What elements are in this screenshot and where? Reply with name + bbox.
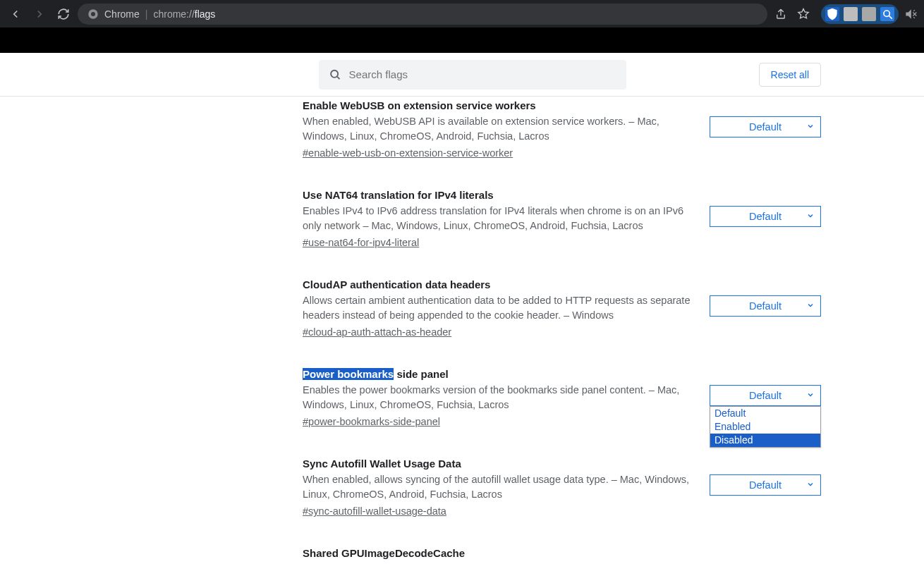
svg-point-1 xyxy=(91,12,95,16)
flag-row: Use NAT64 translation for IPv4 literalsE… xyxy=(103,189,821,249)
flag-anchor-link[interactable]: #power-bookmarks-side-panel xyxy=(303,416,440,427)
flag-anchor-link[interactable]: #use-nat64-for-ipv4-literal xyxy=(303,237,419,248)
flag-info: Enable WebUSB on extension service worke… xyxy=(303,99,698,159)
forward-button[interactable] xyxy=(30,4,49,24)
flag-select[interactable]: Default xyxy=(710,385,821,406)
separator: | xyxy=(145,8,148,20)
flag-select-dropdown[interactable]: DefaultEnabledDisabled xyxy=(710,406,821,448)
site-label: Chrome xyxy=(104,8,140,20)
flag-select-wrap: Default xyxy=(710,116,821,137)
flag-info: Use NAT64 translation for IPv4 literalsE… xyxy=(303,189,698,249)
chevron-down-icon xyxy=(806,479,815,491)
dropdown-option[interactable]: Default xyxy=(710,407,820,420)
flag-select-value: Default xyxy=(749,121,782,133)
flag-description: Enables the power bookmarks version of t… xyxy=(303,383,698,412)
extensions-group xyxy=(821,4,899,24)
reload-button[interactable] xyxy=(54,4,73,24)
chevron-down-icon xyxy=(806,390,815,401)
bookmark-star-icon[interactable] xyxy=(794,5,813,23)
share-icon[interactable] xyxy=(772,5,790,23)
flag-info: Power bookmarks side panelEnables the po… xyxy=(303,368,698,428)
flags-header: Reset all xyxy=(0,53,924,97)
extensions-area xyxy=(821,4,918,24)
flag-title: CloudAP authentication data headers xyxy=(303,278,698,290)
search-flags-box[interactable] xyxy=(319,60,626,90)
flag-title: Sync Autofill Wallet Usage Data xyxy=(303,458,698,470)
flag-select-wrap: Default xyxy=(710,295,821,317)
mute-icon[interactable] xyxy=(903,6,918,22)
flag-row: CloudAP authentication data headersAllow… xyxy=(103,278,821,338)
flag-row: Sync Autofill Wallet Usage DataWhen enab… xyxy=(103,458,821,517)
dropdown-option[interactable]: Disabled xyxy=(710,434,820,447)
flag-anchor-link[interactable]: #enable-web-usb-on-extension-service-wor… xyxy=(303,147,513,159)
flag-select-value: Default xyxy=(749,390,782,401)
flag-select-value: Default xyxy=(749,211,782,222)
extension-bitwarden-icon[interactable] xyxy=(825,7,839,21)
dropdown-option[interactable]: Enabled xyxy=(710,420,820,434)
flag-title: Shared GPUImageDecodeCache xyxy=(303,547,698,559)
extension-icon-4[interactable] xyxy=(880,7,894,21)
flags-list[interactable]: Enable WebUSB on extension service worke… xyxy=(0,97,924,564)
svg-point-3 xyxy=(331,70,338,77)
chevron-down-icon xyxy=(806,211,815,222)
flag-title: Power bookmarks side panel xyxy=(303,368,698,380)
chevron-down-icon xyxy=(806,300,815,312)
address-bar[interactable]: Chrome | chrome://flags xyxy=(78,4,767,25)
extension-icon-3[interactable] xyxy=(862,7,876,21)
flag-select[interactable]: Default xyxy=(710,295,821,317)
flag-title: Use NAT64 translation for IPv4 literals xyxy=(303,189,698,201)
extension-icon-2[interactable] xyxy=(844,7,858,21)
reset-all-button[interactable]: Reset all xyxy=(759,63,821,87)
flag-select-wrap: DefaultDefaultEnabledDisabled xyxy=(710,385,821,406)
flag-select-wrap: Default xyxy=(710,206,821,227)
flag-select-value: Default xyxy=(749,300,782,312)
flag-anchor-link[interactable]: #cloud-ap-auth-attach-as-header xyxy=(303,326,451,338)
flag-info: Shared GPUImageDecodeCacheEnables shared… xyxy=(303,547,698,564)
search-highlight: Power bookmarks xyxy=(303,368,394,380)
flag-description: Allows certain ambient authentication da… xyxy=(303,293,698,323)
flag-title: Enable WebUSB on extension service worke… xyxy=(303,99,698,111)
back-button[interactable] xyxy=(6,4,25,24)
flag-select-wrap: Default xyxy=(710,474,821,496)
tab-strip xyxy=(0,27,924,53)
svg-point-2 xyxy=(884,11,889,16)
flag-description: When enabled, WebUSB API is available on… xyxy=(303,114,698,144)
chrome-icon xyxy=(87,8,99,20)
flag-select-value: Default xyxy=(749,479,782,491)
chevron-down-icon xyxy=(806,121,815,133)
flag-anchor-link[interactable]: #sync-autofill-wallet-usage-data xyxy=(303,505,446,517)
url-text: chrome://flags xyxy=(153,8,215,20)
flag-select[interactable]: Default xyxy=(710,474,821,496)
search-input[interactable] xyxy=(349,68,616,80)
browser-toolbar: Chrome | chrome://flags xyxy=(0,0,924,27)
flag-description: Enables IPv4 to IPv6 address translation… xyxy=(303,204,698,233)
flag-row: Enable WebUSB on extension service worke… xyxy=(103,99,821,159)
flag-description: When enabled, allows syncing of the auto… xyxy=(303,472,698,502)
flag-select[interactable]: Default xyxy=(710,116,821,137)
flag-row: Shared GPUImageDecodeCacheEnables shared… xyxy=(103,547,821,564)
search-icon xyxy=(329,68,342,82)
flag-info: Sync Autofill Wallet Usage DataWhen enab… xyxy=(303,458,698,517)
flag-row: Power bookmarks side panelEnables the po… xyxy=(103,368,821,428)
flag-info: CloudAP authentication data headersAllow… xyxy=(303,278,698,338)
flag-select[interactable]: Default xyxy=(710,206,821,227)
